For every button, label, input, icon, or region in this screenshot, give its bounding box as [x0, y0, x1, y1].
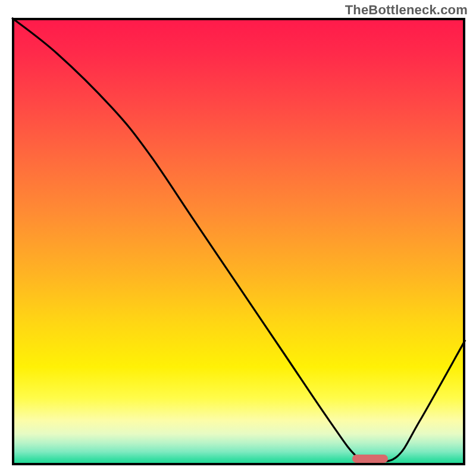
- chart-container: TheBottleneck.com: [0, 0, 476, 476]
- plot-area: [12, 18, 465, 465]
- bottleneck-curve: [12, 18, 465, 465]
- watermark-text: TheBottleneck.com: [345, 2, 468, 18]
- curve-path: [12, 18, 465, 461]
- optimal-marker: [352, 455, 388, 463]
